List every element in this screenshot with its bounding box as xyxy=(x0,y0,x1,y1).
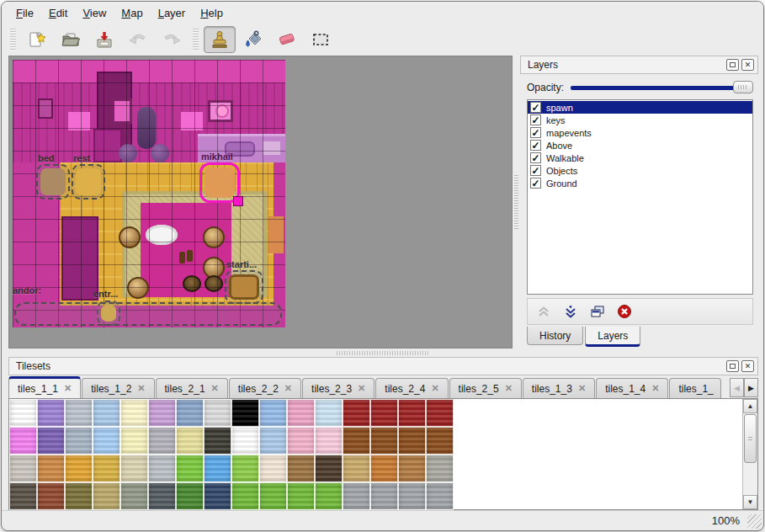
select-rectangle-button[interactable] xyxy=(305,26,337,53)
tile-swatch-55[interactable] xyxy=(204,482,231,510)
map-canvas[interactable]: bed rest mikhail starti... entr... andor… xyxy=(13,60,285,327)
tile-swatch-15[interactable] xyxy=(426,399,454,427)
tile-swatch-59[interactable] xyxy=(315,482,343,510)
tile-swatch-34[interactable] xyxy=(65,455,93,482)
object-resize-handle[interactable] xyxy=(233,196,243,206)
layer-row-objects[interactable]: ✓ Objects xyxy=(528,164,752,177)
tile-swatch-31[interactable] xyxy=(426,427,454,455)
tile-swatch-53[interactable] xyxy=(148,482,176,510)
delete-layer-button[interactable] xyxy=(615,302,634,321)
tile-swatch-13[interactable] xyxy=(370,399,398,427)
opacity-slider-groove[interactable] xyxy=(571,86,752,90)
tileset-tab-tiles_1_1[interactable]: tiles_1_1✕ xyxy=(8,376,81,398)
tile-swatch-60[interactable] xyxy=(343,482,370,510)
tile-swatch-45[interactable] xyxy=(370,455,398,482)
menu-edit[interactable]: Edit xyxy=(41,3,75,23)
layer-row-ground[interactable]: ✓ Ground xyxy=(528,177,752,189)
tile-swatch-54[interactable] xyxy=(176,482,204,510)
tileset-tab-tiles_1_2[interactable]: tiles_1_2✕ xyxy=(82,378,154,398)
tile-swatch-8[interactable] xyxy=(231,399,259,427)
toolbar-drag-handle[interactable] xyxy=(193,29,199,51)
scroll-up-button[interactable]: ▲ xyxy=(743,399,757,413)
menu-file[interactable]: File xyxy=(8,3,41,23)
tile-swatch-18[interactable] xyxy=(65,427,93,455)
tileset-tab-tiles_1_4[interactable]: tiles_1_4✕ xyxy=(596,378,668,398)
tile-swatch-56[interactable] xyxy=(231,482,259,510)
tile-swatch-14[interactable] xyxy=(398,399,426,427)
layer-visibility-checkbox[interactable]: ✓ xyxy=(530,152,541,163)
layer-visibility-checkbox[interactable]: ✓ xyxy=(530,102,541,113)
tile-swatch-24[interactable] xyxy=(231,427,259,455)
tile-swatch-19[interactable] xyxy=(93,427,120,455)
tab-close-icon[interactable]: ✕ xyxy=(578,383,586,394)
tab-close-icon[interactable]: ✕ xyxy=(64,383,72,394)
tile-swatch-9[interactable] xyxy=(259,399,287,427)
scroll-down-button[interactable]: ▼ xyxy=(743,495,757,509)
tile-swatch-23[interactable] xyxy=(204,427,231,455)
tileset-tab-tiles_2_2[interactable]: tiles_2_2✕ xyxy=(229,378,301,398)
new-map-button[interactable] xyxy=(21,26,53,53)
map-object-start[interactable] xyxy=(225,270,263,304)
tileset-tab-truncated[interactable]: tiles_1_ xyxy=(669,378,721,398)
open-map-button[interactable] xyxy=(55,26,87,53)
save-map-button[interactable] xyxy=(88,26,120,53)
tile-swatch-17[interactable] xyxy=(37,427,65,455)
tab-close-icon[interactable]: ✕ xyxy=(651,383,659,394)
tab-close-icon[interactable]: ✕ xyxy=(137,383,145,394)
layer-row-mapevents[interactable]: ✓ mapevents xyxy=(528,126,752,139)
float-panel-button[interactable] xyxy=(726,360,739,372)
menu-map[interactable]: Map xyxy=(114,3,150,23)
tile-swatch-33[interactable] xyxy=(37,455,65,482)
tileset-tab-tiles_2_5[interactable]: tiles_2_5✕ xyxy=(449,378,522,398)
layer-row-walkable[interactable]: ✓ Walkable xyxy=(528,152,752,164)
tile-swatch-35[interactable] xyxy=(93,455,120,482)
bucket-fill-button[interactable] xyxy=(237,26,269,53)
tile-swatch-42[interactable] xyxy=(287,455,315,482)
tile-swatch-29[interactable] xyxy=(370,427,398,455)
tile-swatch-57[interactable] xyxy=(259,482,287,510)
tile-swatch-48[interactable] xyxy=(9,482,37,510)
tab-close-icon[interactable]: ✕ xyxy=(211,383,219,394)
tile-swatch-52[interactable] xyxy=(120,482,148,510)
window-resize-grip[interactable] xyxy=(747,514,762,529)
vertical-splitter[interactable] xyxy=(513,56,520,348)
tile-swatch-30[interactable] xyxy=(398,427,426,455)
tile-swatch-21[interactable] xyxy=(148,427,176,455)
tile-swatch-4[interactable] xyxy=(120,399,148,427)
menu-help[interactable]: Help xyxy=(193,3,231,23)
tile-swatch-61[interactable] xyxy=(370,482,398,510)
layer-visibility-checkbox[interactable]: ✓ xyxy=(530,114,541,125)
layer-visibility-checkbox[interactable]: ✓ xyxy=(530,165,541,176)
layer-visibility-checkbox[interactable]: ✓ xyxy=(530,140,541,151)
tile-swatch-20[interactable] xyxy=(120,427,148,455)
undo-button[interactable] xyxy=(122,26,154,53)
menu-layer[interactable]: Layer xyxy=(151,3,194,23)
tile-swatch-16[interactable] xyxy=(9,427,37,455)
map-view[interactable]: bed rest mikhail starti... entr... andor… xyxy=(8,56,513,348)
layer-visibility-checkbox[interactable]: ✓ xyxy=(530,127,541,138)
tileset-tab-tiles_2_1[interactable]: tiles_2_1✕ xyxy=(156,378,228,398)
tile-swatch-46[interactable] xyxy=(398,455,426,482)
map-object-bed[interactable] xyxy=(36,164,70,200)
tile-swatch-25[interactable] xyxy=(259,427,287,455)
tile-swatch-1[interactable] xyxy=(37,399,65,427)
menu-view[interactable]: View xyxy=(75,3,114,23)
tile-swatch-10[interactable] xyxy=(287,399,315,427)
tab-close-icon[interactable]: ✕ xyxy=(358,383,365,394)
tab-close-icon[interactable]: ✕ xyxy=(505,383,513,394)
tile-swatch-36[interactable] xyxy=(120,455,148,482)
tile-swatch-37[interactable] xyxy=(148,455,176,482)
tile-swatch-26[interactable] xyxy=(287,427,315,455)
layer-row-keys[interactable]: ✓ keys xyxy=(528,114,752,126)
tile-swatch-63[interactable] xyxy=(426,482,454,510)
horizontal-splitter[interactable] xyxy=(2,348,763,357)
opacity-slider-handle[interactable] xyxy=(733,81,753,93)
tile-swatch-6[interactable] xyxy=(176,399,204,427)
tile-swatch-38[interactable] xyxy=(176,455,204,482)
close-panel-button[interactable]: ✕ xyxy=(741,59,754,71)
layer-row-spawn[interactable]: ✓ spawn xyxy=(528,101,752,114)
tile-swatch-51[interactable] xyxy=(93,482,120,510)
tile-swatch-3[interactable] xyxy=(93,399,120,427)
map-object-rest[interactable] xyxy=(72,164,105,200)
tile-swatch-58[interactable] xyxy=(287,482,315,510)
